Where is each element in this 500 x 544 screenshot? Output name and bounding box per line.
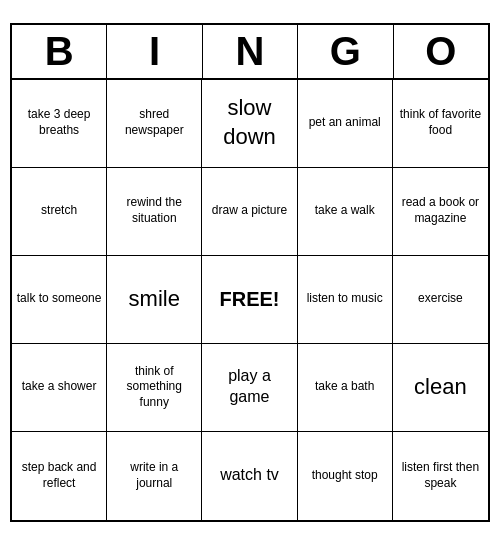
bingo-cell-14: exercise <box>393 256 488 344</box>
bingo-cell-12: FREE! <box>202 256 297 344</box>
bingo-cell-8: take a walk <box>298 168 393 256</box>
header-o: O <box>394 25 488 78</box>
header-b: B <box>12 25 107 78</box>
bingo-cell-17: play a game <box>202 344 297 432</box>
bingo-cell-13: listen to music <box>298 256 393 344</box>
bingo-cell-9: read a book or magazine <box>393 168 488 256</box>
bingo-cell-7: draw a picture <box>202 168 297 256</box>
bingo-card: B I N G O take 3 deep breathsshred newsp… <box>10 23 490 522</box>
bingo-cell-11: smile <box>107 256 202 344</box>
bingo-cell-1: shred newspaper <box>107 80 202 168</box>
bingo-cell-3: pet an animal <box>298 80 393 168</box>
bingo-cell-19: clean <box>393 344 488 432</box>
header-i: I <box>107 25 202 78</box>
header-g: G <box>298 25 393 78</box>
bingo-cell-4: think of favorite food <box>393 80 488 168</box>
bingo-cell-5: stretch <box>12 168 107 256</box>
bingo-cell-6: rewind the situation <box>107 168 202 256</box>
header-n: N <box>203 25 298 78</box>
bingo-cell-23: thought stop <box>298 432 393 520</box>
bingo-cell-10: talk to someone <box>12 256 107 344</box>
bingo-cell-22: watch tv <box>202 432 297 520</box>
bingo-cell-21: write in a journal <box>107 432 202 520</box>
bingo-header: B I N G O <box>12 25 488 80</box>
bingo-cell-0: take 3 deep breaths <box>12 80 107 168</box>
bingo-cell-2: slow down <box>202 80 297 168</box>
bingo-cell-20: step back and reflect <box>12 432 107 520</box>
bingo-cell-18: take a bath <box>298 344 393 432</box>
bingo-cell-15: take a shower <box>12 344 107 432</box>
bingo-cell-24: listen first then speak <box>393 432 488 520</box>
bingo-grid: take 3 deep breathsshred newspaperslow d… <box>12 80 488 520</box>
bingo-cell-16: think of something funny <box>107 344 202 432</box>
